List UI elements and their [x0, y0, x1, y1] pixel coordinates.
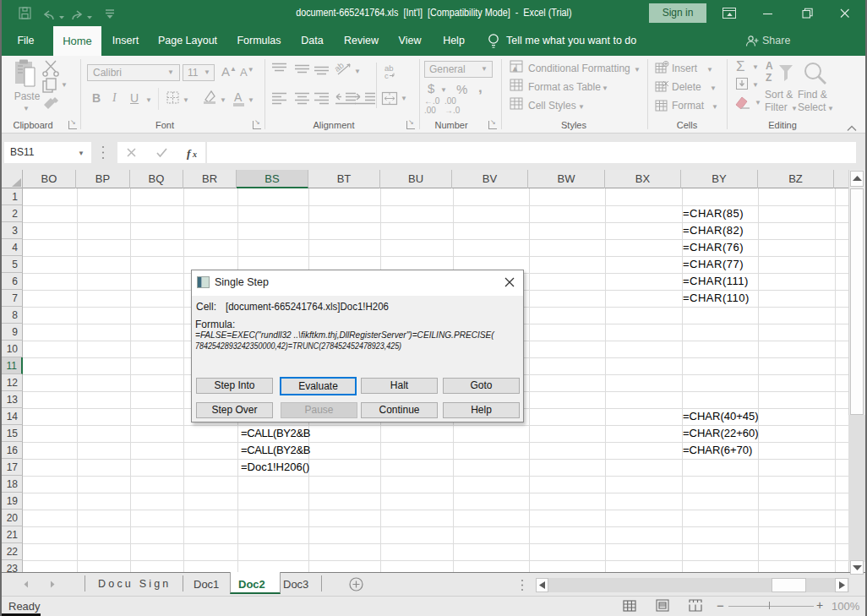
svg-text:c: c — [384, 71, 389, 80]
svg-text:▲: ▲ — [512, 66, 518, 72]
svg-text:x: x — [192, 150, 197, 159]
svg-text:A: A — [766, 60, 773, 72]
svg-text:ab: ab — [332, 61, 346, 74]
svg-text:Z: Z — [766, 72, 772, 84]
svg-text:f: f — [187, 147, 192, 160]
